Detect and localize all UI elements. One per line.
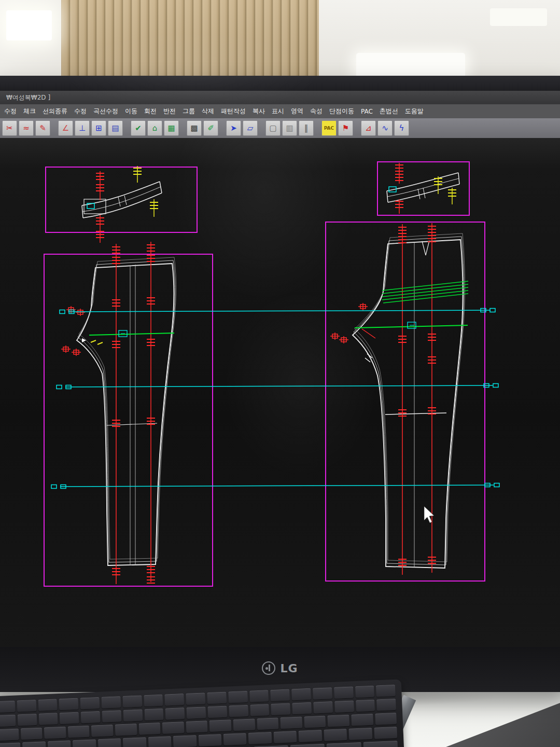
menu-item[interactable]: 표시 [272, 107, 284, 116]
keyboard-key [123, 709, 143, 722]
keyboard-key [207, 692, 227, 704]
keyboard-key [101, 696, 121, 709]
pattern-piece-waistband-left[interactable] [82, 166, 162, 243]
sheet2-icon[interactable]: ▥ [282, 120, 297, 136]
keyboard-key [291, 688, 311, 701]
menu-item[interactable]: 단점이동 [329, 107, 354, 116]
grade-rule-icon[interactable]: ⊥ [75, 120, 90, 136]
flag-red-icon[interactable]: ⚑ [338, 120, 353, 136]
keyboard-key [223, 733, 247, 745]
pattern-canvas[interactable] [0, 138, 560, 647]
keyboard-key [328, 715, 349, 727]
keyboard-key [48, 740, 71, 747]
keyboard-key [376, 685, 396, 697]
keyboard-key [334, 700, 354, 713]
keyboard-key [173, 735, 197, 747]
sheet-icon[interactable]: ▢ [265, 120, 281, 136]
menu-item[interactable]: 도움말 [405, 107, 424, 116]
keyboard-key [334, 686, 354, 699]
pattern-piece-pant-front[interactable] [61, 242, 176, 584]
menu-item[interactable]: 체크 [23, 107, 36, 116]
keyboard-key [229, 705, 248, 717]
keyboard-key [324, 729, 347, 741]
layout-icon[interactable]: ▤ [108, 120, 123, 136]
menu-item[interactable]: 수정 [74, 107, 87, 116]
keyboard-key [17, 700, 36, 712]
keyboard-key [187, 707, 206, 719]
keyboard-key [162, 722, 184, 734]
keyboard-key [186, 721, 207, 733]
menu-item[interactable]: 곡선수정 [93, 107, 118, 116]
grade-table-icon[interactable]: ⊞ [91, 120, 106, 136]
keyboard-key [290, 744, 325, 747]
columns-icon[interactable]: ‖ [299, 120, 314, 136]
menu-item[interactable]: PAC [361, 108, 373, 115]
measure-line-front[interactable] [89, 330, 174, 337]
keyboard-key [22, 741, 46, 747]
keyboard-key [68, 726, 90, 738]
menu-item[interactable]: 반전 [163, 107, 176, 116]
stretch-band-green [382, 281, 468, 303]
keyboard-key [363, 741, 398, 747]
menu-item[interactable]: 속성 [310, 107, 323, 116]
check-green-icon[interactable]: ✔ [131, 120, 146, 136]
zigzag-blue-icon[interactable]: ϟ [394, 120, 409, 136]
selection-box-pant-front [44, 254, 213, 586]
scene: ₩여성복₩2D ] 수정체크선의종류수정곡선수정이동회전반전그룹삭제패턴작성복사… [0, 0, 560, 747]
menu-item[interactable]: 영역 [291, 107, 303, 116]
panel-blue-icon[interactable]: ▱ [243, 120, 258, 136]
yellow-arrow-marks [91, 340, 103, 344]
pattern-piece-waistband-right[interactable] [387, 163, 459, 214]
menu-item[interactable]: 패턴작성 [221, 107, 246, 116]
keyboard-key [271, 703, 291, 715]
scissors-icon[interactable]: ✂ [2, 120, 17, 136]
notch-icon[interactable]: ≈ [19, 120, 34, 136]
menu-item[interactable]: 수정 [4, 107, 17, 116]
angle-red-icon[interactable]: ⊿ [361, 120, 376, 136]
fabric-icon[interactable]: ▩ [187, 120, 202, 136]
grid-green-icon[interactable]: ▦ [164, 120, 179, 136]
keyboard-key [102, 710, 122, 723]
menu-item[interactable]: 회전 [144, 107, 157, 116]
keyboard-key [138, 723, 160, 735]
keyboard-key [327, 742, 361, 747]
window-titlebar: ₩여성복₩2D ] [0, 91, 560, 104]
pac-button[interactable]: PAC [321, 120, 337, 136]
keyboard-key [248, 732, 272, 744]
menu-item[interactable]: 삭제 [202, 107, 214, 116]
pen-red-icon[interactable]: ✎ [35, 120, 50, 136]
keyboard-key [351, 714, 373, 726]
keyboard-key [249, 690, 269, 702]
keyboard-key [292, 702, 312, 715]
waist-dart [422, 241, 429, 255]
keyboard-key [144, 695, 163, 707]
keyboard-key [122, 695, 142, 708]
keyboard-key [209, 720, 231, 732]
keyboard-key [355, 686, 375, 698]
menu-item[interactable]: 촌법선 [380, 107, 398, 116]
keyboard-key [207, 706, 227, 718]
curve-blue-icon[interactable]: ∿ [377, 120, 393, 136]
measure-line-back[interactable] [355, 322, 468, 328]
menu-item[interactable]: 복사 [253, 107, 265, 116]
keyboard-key [349, 728, 372, 740]
keyboard-key [0, 728, 19, 741]
menu-item[interactable]: 이동 [125, 107, 137, 116]
measure-icon[interactable]: ∠ [58, 120, 73, 136]
menu-item[interactable]: 그룹 [183, 107, 195, 116]
keyboard-key [0, 701, 15, 713]
arrow-blue-icon[interactable]: ➤ [226, 120, 241, 136]
keyboard-key [59, 698, 79, 711]
keyboard-key [250, 704, 270, 716]
pattern-piece-pant-back[interactable] [330, 223, 468, 575]
keyboard-key [81, 711, 101, 724]
inseam-notches [365, 354, 372, 362]
drawing-canvas[interactable] [0, 138, 560, 647]
keyboard-key [144, 709, 164, 721]
pen-green-icon[interactable]: ✐ [203, 120, 218, 136]
piece-green-icon[interactable]: ⌂ [147, 120, 162, 136]
guide-line-hip[interactable] [60, 309, 495, 314]
keyboard-key [148, 736, 171, 747]
ceiling-light-panel [356, 53, 465, 79]
menu-item[interactable]: 선의종류 [43, 107, 67, 116]
